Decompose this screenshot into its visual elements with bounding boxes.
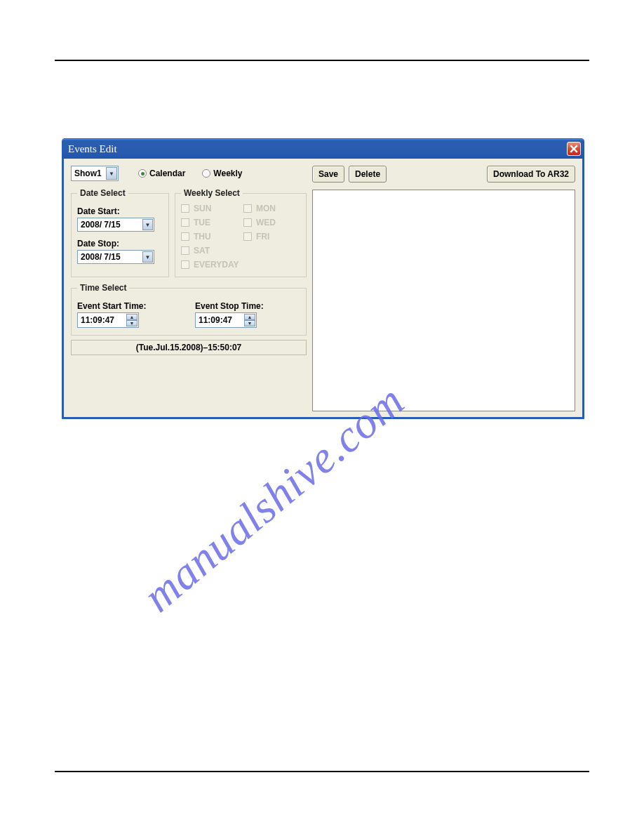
checkbox-icon — [243, 232, 252, 241]
event-start-time-label: Event Start Time: — [77, 301, 182, 311]
date-start-label: Date Start: — [77, 206, 163, 216]
event-stop-time-label: Event Stop Time: — [195, 301, 300, 311]
day-mon-label: MON — [256, 204, 276, 213]
chevron-up-icon[interactable]: ▲ — [244, 314, 255, 320]
date-stop-value: 2008/ 7/15 — [81, 252, 121, 262]
window-title: Events Edit — [68, 143, 567, 155]
weekly-select-legend: Weekly Select — [181, 188, 243, 198]
checkbox-icon — [181, 218, 189, 227]
events-list-panel — [312, 190, 575, 411]
chevron-down-icon[interactable]: ▼ — [126, 320, 137, 326]
titlebar: Events Edit — [62, 139, 584, 159]
weekly-select-group: Weekly Select SUN MON TUE WED THU FRI SA… — [175, 188, 307, 277]
checkbox-icon — [181, 246, 189, 255]
delete-button[interactable]: Delete — [349, 166, 387, 183]
chevron-down-icon[interactable] — [142, 219, 153, 230]
day-every-label: EVERYDAY — [194, 260, 239, 270]
day-sat-label: SAT — [194, 246, 210, 256]
save-label: Save — [318, 169, 338, 179]
radio-dot-icon — [202, 169, 210, 178]
checkbox-icon — [243, 218, 252, 227]
download-label: Download To AR32 — [493, 169, 569, 179]
day-fri-label: FRI — [256, 232, 269, 241]
radio-calendar[interactable]: Calendar — [138, 168, 185, 178]
status-text: (Tue.Jul.15.2008)–15:50:07 — [136, 343, 242, 352]
radio-dot-icon — [138, 169, 147, 178]
chevron-up-icon[interactable]: ▲ — [126, 314, 137, 320]
page-bottom-rule — [55, 771, 589, 772]
date-select-group: Date Select Date Start: 2008/ 7/15 Date … — [71, 188, 169, 277]
radio-calendar-label: Calendar — [149, 168, 185, 178]
show-select[interactable]: Show1 — [71, 166, 119, 181]
day-tue-label: TUE — [194, 218, 210, 227]
checkbox-icon — [181, 260, 189, 269]
chevron-down-icon[interactable]: ▼ — [244, 320, 255, 326]
day-sun-label: SUN — [194, 204, 211, 213]
client-area: Show1 Calendar Weekly — [62, 159, 584, 418]
checkbox-thu: THU — [181, 232, 238, 241]
time-select-legend: Time Select — [77, 283, 129, 293]
day-wed-label: WED — [256, 218, 276, 227]
checkbox-everyday: EVERYDAY — [181, 260, 300, 270]
radio-weekly-label: Weekly — [213, 168, 242, 178]
time-select-group: Time Select Event Start Time: 11:09:47 ▲… — [71, 283, 307, 336]
checkbox-icon — [181, 232, 189, 241]
chevron-down-icon[interactable] — [142, 251, 153, 263]
delete-label: Delete — [355, 169, 380, 179]
day-thu-label: THU — [194, 232, 211, 241]
event-start-time-value: 11:09:47 — [81, 315, 114, 325]
checkbox-icon — [181, 204, 189, 213]
checkbox-tue: TUE — [181, 218, 238, 227]
page-top-rule — [55, 60, 589, 61]
spinner-buttons[interactable]: ▲▼ — [126, 314, 137, 326]
show-select-value: Show1 — [74, 168, 102, 178]
chevron-down-icon[interactable] — [106, 167, 117, 180]
date-select-legend: Date Select — [77, 188, 128, 198]
checkbox-sat: SAT — [181, 246, 300, 256]
date-start-input[interactable]: 2008/ 7/15 — [77, 218, 154, 232]
spinner-buttons[interactable]: ▲▼ — [244, 314, 255, 326]
status-bar: (Tue.Jul.15.2008)–15:50:07 — [71, 340, 307, 355]
checkbox-mon: MON — [243, 204, 300, 213]
radio-weekly[interactable]: Weekly — [202, 168, 242, 178]
checkbox-sun: SUN — [181, 204, 238, 213]
save-button[interactable]: Save — [312, 166, 344, 183]
close-icon[interactable] — [567, 142, 581, 156]
event-stop-time-value: 11:09:47 — [199, 315, 232, 325]
date-start-value: 2008/ 7/15 — [81, 220, 121, 230]
event-start-time-input[interactable]: 11:09:47 ▲▼ — [77, 312, 139, 328]
date-stop-label: Date Stop: — [77, 239, 163, 249]
download-button[interactable]: Download To AR32 — [487, 166, 575, 183]
checkbox-wed: WED — [243, 218, 300, 227]
checkbox-icon — [243, 204, 252, 213]
events-edit-window: Events Edit Show1 Calendar — [62, 138, 584, 419]
checkbox-fri: FRI — [243, 232, 300, 241]
event-stop-time-input[interactable]: 11:09:47 ▲▼ — [195, 312, 257, 328]
date-stop-input[interactable]: 2008/ 7/15 — [77, 250, 154, 264]
